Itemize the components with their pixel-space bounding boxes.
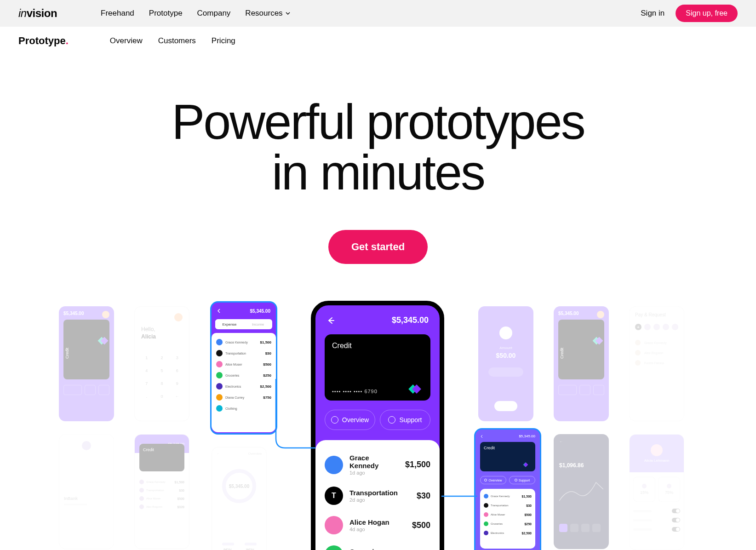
list-item: Grace Kennedy xyxy=(635,338,678,348)
transaction-row: Alice Hogan4d ago$500 xyxy=(325,510,430,540)
list-item: Grace Kennedy$1,500 xyxy=(216,337,271,348)
avatar-icon xyxy=(82,441,91,450)
invision-logo[interactable]: invision xyxy=(18,7,57,20)
avatar-icon xyxy=(102,311,109,318)
phone-overview-btn: Overview xyxy=(325,410,375,430)
mock-wallet-purple-2: $5,345.00 Credit xyxy=(554,306,609,421)
mock-inbank: InBank xyxy=(59,434,114,549)
balance-text: $5,345.00 xyxy=(519,434,535,438)
mock-donut-chart: ←Overview $5,345.00 25% 25% xyxy=(212,447,267,550)
mock-credit-small: ←$5,345.00 Credit Grace Kennedy$1,500Tra… xyxy=(134,434,189,549)
list-item: Alex Rogozin xyxy=(635,348,678,358)
list-item: Transportation$30 xyxy=(139,486,184,494)
mock-credit-highlighted: $5,345.00 Credit Overview Support Grace … xyxy=(475,430,540,550)
tab-expense: Expense xyxy=(215,321,244,328)
mock-amount-purple: Amount $50.00 xyxy=(478,306,533,421)
mock-expense-list-highlighted: $5,345.00 Expense Income Grace Kennedy$1… xyxy=(212,303,276,433)
top-navigation: invision Freehand Prototype Company Reso… xyxy=(0,0,756,27)
list-item: Alice Moser$500 xyxy=(216,359,271,370)
chevron-down-icon xyxy=(286,11,290,16)
list-item: Transportation$30 xyxy=(484,501,532,510)
sub-nav-links: Overview Customers Pricing xyxy=(110,36,235,46)
clock-icon xyxy=(331,416,338,424)
get-started-button[interactable]: Get started xyxy=(328,230,428,264)
list-item: Transportation$30 xyxy=(216,348,271,359)
transaction-row: TTransportation2d ago$30 xyxy=(325,481,430,510)
card-logo-icon xyxy=(100,338,106,344)
prototype-logo[interactable]: Prototype. xyxy=(18,35,69,47)
credit-card-graphic: Credit •••• •••• •••• 6790 xyxy=(325,334,430,401)
hero-headline: Powerful prototypesin minutes xyxy=(0,97,756,198)
overview-pill: Overview xyxy=(480,476,506,484)
list-item: Grace Kennedy$1,500 xyxy=(484,492,532,501)
add-icon: + xyxy=(635,324,641,330)
avatar-icon xyxy=(174,313,183,321)
transaction-row: Grace Kennedy1d ago$1,500 xyxy=(325,448,430,481)
balance-text: $1,096.86 xyxy=(559,462,603,469)
mock-profile: Alicia Lehmann 15% 75% xyxy=(629,434,684,550)
toggle-icon xyxy=(672,527,680,532)
avatar-icon xyxy=(597,311,604,318)
nav-company[interactable]: Company xyxy=(197,9,231,18)
mock-line-chart: ← $1,096.86 xyxy=(554,434,609,549)
list-item: Alice Moser$500 xyxy=(484,510,532,519)
card-logo-icon xyxy=(411,386,423,394)
list-item: Grace Kennedy$1,500 xyxy=(139,478,184,486)
hero-section: Powerful prototypesin minutes Get starte… xyxy=(0,55,756,264)
card-logo-icon xyxy=(595,338,601,344)
donut-chart-icon: $5,345.00 xyxy=(222,469,256,503)
credit-card-graphic: Credit xyxy=(63,320,109,379)
chat-icon xyxy=(388,416,395,424)
card-logo-icon xyxy=(525,463,532,468)
list-item: Funmi Fabina xyxy=(635,358,678,368)
avatar-icon xyxy=(499,327,512,339)
balance-text: $5,345.00 xyxy=(250,309,271,314)
back-arrow-icon xyxy=(480,435,484,438)
connector-line-left xyxy=(275,379,316,498)
support-pill: Support xyxy=(509,476,535,484)
sign-in-link[interactable]: Sign in xyxy=(641,9,664,18)
tab-income: Income xyxy=(244,321,272,328)
subnav-pricing[interactable]: Pricing xyxy=(212,36,235,46)
list-item: Electronics$2,500 xyxy=(484,528,532,538)
list-item: Alice Moser$500 xyxy=(139,494,184,503)
avatar-icon xyxy=(651,444,663,456)
nav-resources[interactable]: Resources xyxy=(245,9,290,18)
prototype-gallery: $5,345.00 Credit Hello,Alicia 123 456 78… xyxy=(0,296,756,550)
list-item: Alex Rogozin$320 xyxy=(139,503,184,511)
list-item: Groceries$250 xyxy=(216,370,271,381)
back-arrow-icon xyxy=(217,309,222,313)
hero-phone-mockup: $5,345.00 Credit •••• •••• •••• 6790 Ove… xyxy=(311,301,444,550)
mock-pay-request: Pay & Request + Grace KennedyAlex Rogozi… xyxy=(629,306,684,421)
phone-support-btn: Support xyxy=(380,410,430,430)
toggle-icon xyxy=(672,509,680,513)
subnav-customers[interactable]: Customers xyxy=(158,36,196,46)
nav-prototype[interactable]: Prototype xyxy=(149,9,183,18)
list-item: Electronics$2,500 xyxy=(216,381,271,392)
toggle-icon xyxy=(672,518,680,522)
mock-hello-keypad: Hello,Alicia 123 456 789 .0← xyxy=(134,306,189,421)
subnav-overview[interactable]: Overview xyxy=(110,36,143,46)
sign-up-button[interactable]: Sign up, free xyxy=(676,5,738,22)
list-item: Clothing xyxy=(216,403,271,414)
mock-wallet-purple-1: $5,345.00 Credit xyxy=(59,306,114,421)
transaction-row: GGroceries6d ago$250 xyxy=(325,540,430,550)
credit-card-graphic: Credit xyxy=(558,320,604,379)
main-nav-links: Freehand Prototype Company Resources xyxy=(101,9,290,18)
nav-freehand[interactable]: Freehand xyxy=(101,9,134,18)
sub-navigation: Prototype. Overview Customers Pricing xyxy=(0,27,756,55)
list-item: Diana Currey$750 xyxy=(216,392,271,403)
phone-balance: $5,345.00 xyxy=(392,315,429,325)
line-chart-icon xyxy=(559,473,603,510)
connector-line-right xyxy=(441,494,478,498)
list-item: Groceries$250 xyxy=(484,519,532,528)
back-arrow-icon xyxy=(326,316,335,325)
